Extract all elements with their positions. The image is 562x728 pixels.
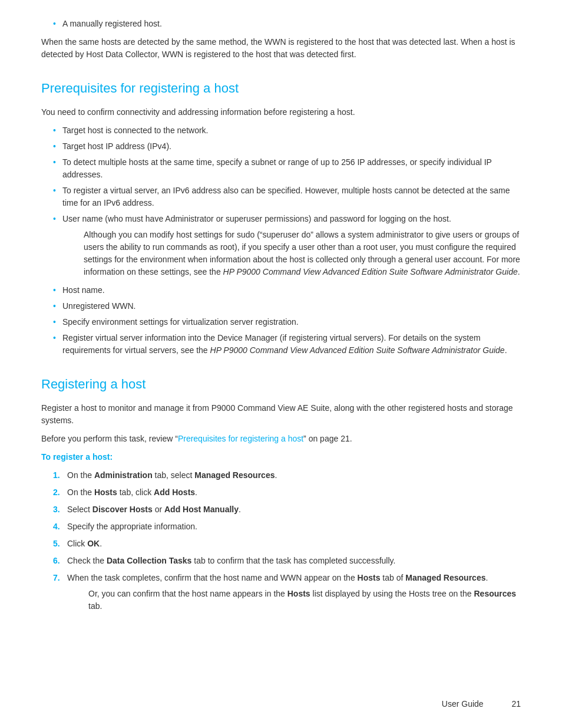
footer-page: 21 [511,699,521,709]
step-label: To register a host: [41,451,521,463]
intro-paragraph: When the same hosts are detected by the … [41,36,521,61]
prerequisites-heading: Prerequisites for registering a host [41,78,521,98]
prereq-bullet-3: To detect multiple hosts at the same tim… [53,156,521,181]
step-6: Check the Data Collection Tasks tab to c… [53,555,521,567]
final-para: Or, you can confirm that the host name a… [88,588,521,612]
step-4: Specify the appropriate information. [53,521,521,533]
step-5: Click OK. [53,538,521,550]
step-2: On the Hosts tab, click Add Hosts. [53,486,521,499]
registering-before-task: Before you perform this task, review “Pr… [41,433,521,445]
prereq-bullet-1: Target host is connected to the network. [53,124,521,137]
registering-heading: Registering a host [41,374,521,394]
prereq-bullet-5: User name (who must have Administrator o… [53,213,521,278]
step-3: Select Discover Hosts or Add Host Manual… [53,503,521,516]
steps-list: On the Administration tab, select Manage… [53,469,521,612]
registering-intro: Register a host to monitor and manage it… [41,402,521,427]
prereq-bullet-8: Specify environment settings for virtual… [53,316,521,328]
footer-label: User Guide [442,699,484,709]
prereq-bullet-7: Unregistered WWN. [53,300,521,312]
prereq-bullet-4: To register a virtual server, an IPv6 ad… [53,185,521,209]
prereq-link[interactable]: Prerequisites for registering a host [178,434,303,443]
prereq-bullet-9: Register virtual server information into… [53,332,521,357]
prerequisites-bullet-list: Target host is connected to the network.… [53,124,521,357]
prereq-bullet-5-text: User name (who must have Administrator o… [62,214,451,223]
intro-bullet-item: A manually registered host. [53,18,521,30]
footer: User Guide 21 [442,698,521,710]
step-7: When the task completes, confirm that th… [53,572,521,612]
intro-bullet-list: A manually registered host. [53,18,521,30]
prereq-bullet-2: Target host IP address (IPv4). [53,140,521,153]
prereq-bullet-6: Host name. [53,284,521,297]
prerequisites-intro: You need to confirm connectivity and add… [41,106,521,118]
sudo-paragraph: Although you can modify host settings fo… [84,229,521,278]
step-1: On the Administration tab, select Manage… [53,469,521,482]
